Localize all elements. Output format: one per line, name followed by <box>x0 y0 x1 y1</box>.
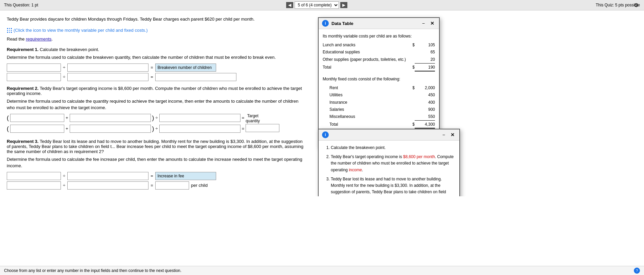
requirements-modal-header: i − ✕ <box>319 129 459 141</box>
other-value: 20 <box>415 56 435 64</box>
cost-row-lunch: Lunch and snacks $ 105 <box>323 42 435 49</box>
req2-input2[interactable] <box>70 114 151 122</box>
rent-value: 2,000 <box>415 85 435 91</box>
insurance-value: 400 <box>415 99 435 106</box>
misc-label: Miscellaneous <box>329 114 415 121</box>
req3-result-label1: Increase in fee <box>155 172 216 180</box>
data-table-content: Its monthly variable costs per child are… <box>323 33 435 129</box>
req-item-3: Teddy Bear lost its lease and had to mov… <box>331 176 454 196</box>
read-requirements-row: Read the requirements. <box>7 36 304 43</box>
req1-input2[interactable] <box>67 64 148 72</box>
req3-result-label2: per child <box>191 183 208 188</box>
total-fixed-label: Total <box>329 121 412 129</box>
req3-answer[interactable] <box>155 181 189 190</box>
data-table-modal-body: Its monthly variable costs per child are… <box>319 29 439 133</box>
cost-row-educational: Educational supplies 65 <box>323 49 435 56</box>
data-table-modal-header: i Data Table − ✕ <box>319 18 439 29</box>
fixed-costs-title: Monthly fixed costs consist of the follo… <box>323 76 435 82</box>
question-intro: Teddy Bear provides daycare for children… <box>7 16 304 23</box>
data-table-info-icon: i <box>322 20 329 27</box>
gear-icon[interactable]: ⚙ <box>634 2 639 8</box>
req2-eq2: = <box>242 126 245 131</box>
req3-input2[interactable] <box>67 172 148 180</box>
main-content: Teddy Bear provides daycare for children… <box>0 10 311 196</box>
total-fixed-value: 4,300 <box>415 121 435 129</box>
req3-eq2: = <box>151 183 153 188</box>
req3-input3[interactable] <box>7 181 61 190</box>
req2-eq1: = <box>242 115 245 120</box>
fixed-row-misc: Miscellaneous 550 <box>323 113 435 121</box>
top-bar: This Question: 1 pt ◀ 5 of 6 (4 complete… <box>0 0 644 10</box>
paren-open-2: ( <box>7 126 9 132</box>
req1-eq1: = <box>151 65 153 70</box>
nav-next-button[interactable]: ▶ <box>340 2 347 8</box>
req2-input1[interactable] <box>10 114 64 122</box>
paren-close-2: ) <box>152 126 154 132</box>
req1-eq2: = <box>151 74 153 79</box>
req1-op1: ÷ <box>63 65 65 70</box>
req-item-1: Calculate the breakeven point. <box>331 145 454 151</box>
req2-input6[interactable] <box>159 125 240 133</box>
req2-input5[interactable] <box>70 125 151 133</box>
data-table-modal: i Data Table − ✕ Its monthly variable co… <box>318 17 440 148</box>
total-var-symbol: $ <box>412 64 415 72</box>
salaries-value: 900 <box>415 106 435 113</box>
req3-eq1: = <box>151 173 153 178</box>
data-table-modal-title: Data Table <box>331 21 418 26</box>
quiz-label: This Quiz: 5 pts possible <box>596 3 640 7</box>
req2-target-label-row: Targetquantity <box>246 115 279 123</box>
top-bar-center: ◀ 5 of 6 (4 complete) ▶ <box>286 1 347 9</box>
nav-dropdown[interactable]: 5 of 6 (4 complete) <box>295 1 339 9</box>
paren-open-1: ( <box>7 115 9 121</box>
fixed-row-utilities: Utilities 450 <box>323 92 435 99</box>
req1-desc: Determine the formula used to calculate … <box>7 54 304 61</box>
req2-formula-block: ( + ) ÷ = ( + ) ÷ = T <box>7 114 304 134</box>
req1-formula-row1: ÷ = Breakeven number of children <box>7 64 304 72</box>
req3-input1[interactable] <box>7 172 61 180</box>
req2-input3[interactable] <box>159 114 240 122</box>
rent-symbol: $ <box>412 85 415 91</box>
icon-link-text: (Click the icon to view the monthly vari… <box>14 27 148 34</box>
nav-prev-button[interactable]: ◀ <box>286 2 293 8</box>
req2-formula-row2: ( + ) ÷ = <box>7 125 244 133</box>
req1-input3[interactable] <box>7 73 61 81</box>
req2-answer-row <box>246 124 279 132</box>
grid-icon <box>7 28 12 33</box>
rent-label: Rent <box>329 85 412 91</box>
req3-section: Requirement 3. Teddy Bear lost its lease… <box>7 139 304 190</box>
requirements-minimize-button[interactable]: − <box>441 132 446 138</box>
req2-answer[interactable] <box>246 124 279 132</box>
req2-input4[interactable] <box>10 125 64 133</box>
req3-op2: ÷ <box>63 183 65 188</box>
top-bar-right: This Quiz: 5 pts possible <box>596 3 640 7</box>
total-var-label: Total <box>323 64 412 72</box>
req1-answer[interactable] <box>155 73 236 81</box>
lunch-label: Lunch and snacks <box>323 42 412 48</box>
req3-formula-row1: ÷ = Increase in fee <box>7 172 304 180</box>
req1-op2: ÷ <box>63 74 65 79</box>
question-label: This Question: 1 pt <box>4 3 38 7</box>
requirements-link[interactable]: requirements <box>26 36 51 42</box>
total-var-value: 190 <box>415 64 435 72</box>
req3-op1: ÷ <box>63 173 65 178</box>
req1-input1[interactable] <box>7 64 61 72</box>
req2-plus2: + <box>66 126 68 131</box>
data-table-close-button[interactable]: ✕ <box>429 21 436 26</box>
req2-div1: ÷ <box>156 115 158 120</box>
requirements-close-button[interactable]: ✕ <box>449 132 456 138</box>
other-label: Other supplies (paper products, toiletri… <box>323 56 415 64</box>
variable-costs-title: Its monthly variable costs per child are… <box>323 33 435 40</box>
req3-input4[interactable] <box>67 181 148 190</box>
req-item-2: Teddy Bear's target operating income is … <box>331 154 454 173</box>
fixed-row-total: Total $ 4,300 <box>323 121 435 129</box>
req3-title: Requirement 3. Teddy Bear lost its lease… <box>7 139 304 154</box>
req1-title: Requirement 1. Calculate the breakeven p… <box>7 47 304 52</box>
data-table-minimize-button[interactable]: − <box>421 21 426 26</box>
requirements-modal-body: Calculate the breakeven point. Teddy Bea… <box>319 141 459 196</box>
data-table-icon-link[interactable]: (Click the icon to view the monthly vari… <box>7 27 148 34</box>
total-fixed-symbol: $ <box>412 121 415 129</box>
req2-target-label: Targetquantity <box>246 114 260 123</box>
utilities-label: Utilities <box>329 92 415 98</box>
educational-value: 65 <box>415 49 435 55</box>
req1-input4[interactable] <box>67 73 148 81</box>
